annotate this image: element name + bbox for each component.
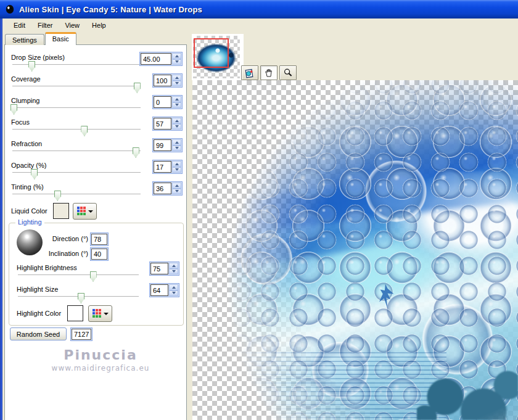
random-seed-field[interactable]: 7127 bbox=[72, 329, 91, 340]
liquid-color-swatch[interactable] bbox=[53, 203, 69, 219]
value-field[interactable]: 99 bbox=[154, 139, 171, 151]
pan-tool-button[interactable] bbox=[260, 65, 278, 80]
slider-thumb[interactable] bbox=[78, 293, 84, 303]
random-seed-row: Random Seed 7127 bbox=[10, 327, 183, 342]
slider-row-coverage: Coverage 100 bbox=[11, 73, 183, 94]
slider-label: Highlight Brightness bbox=[17, 264, 77, 271]
slider-label: Coverage bbox=[11, 75, 41, 83]
spin-up-button[interactable] bbox=[169, 263, 178, 269]
slider-thumb[interactable] bbox=[90, 271, 97, 282]
value-field[interactable]: 100 bbox=[154, 75, 171, 86]
spin-up-button[interactable] bbox=[172, 96, 181, 102]
spin-down-button[interactable] bbox=[169, 290, 178, 297]
menu-view[interactable]: View bbox=[59, 20, 86, 31]
slider-track[interactable] bbox=[12, 107, 141, 109]
slider-thumb[interactable] bbox=[54, 191, 61, 201]
value-field[interactable]: 64 bbox=[150, 284, 168, 296]
slider-thumb[interactable] bbox=[134, 83, 141, 93]
preview-compare-icon bbox=[244, 68, 255, 78]
slider-label: Tinting (%) bbox=[11, 183, 44, 191]
value-spinbox: 45.00 bbox=[139, 52, 183, 66]
highlight-color-row: Highlight Color bbox=[17, 305, 179, 324]
spin-up-button[interactable] bbox=[172, 161, 181, 167]
down-arrow-icon bbox=[175, 60, 179, 63]
value-field[interactable]: 75 bbox=[150, 263, 168, 274]
menu-edit[interactable]: Edit bbox=[7, 20, 31, 31]
value-spinbox: 0 bbox=[152, 95, 183, 109]
slider-thumb[interactable] bbox=[28, 61, 35, 72]
zoom-tool-button[interactable] bbox=[279, 65, 297, 80]
spin-up-button[interactable] bbox=[172, 75, 181, 81]
random-seed-field-box: 7127 bbox=[70, 327, 92, 341]
basic-settings-panel: Drop Size (pixels) 45.00 Coverage 100 bbox=[4, 44, 187, 420]
hand-tool-icon bbox=[264, 68, 274, 78]
menu-filter[interactable]: Filter bbox=[31, 20, 59, 31]
random-seed-button[interactable]: Random Seed bbox=[10, 327, 67, 340]
plugin-window: Alien Skin | Eye Candy 5: Nature | Water… bbox=[0, 0, 518, 420]
slider-row-clumping: Clumping 0 bbox=[11, 94, 183, 115]
value-field[interactable]: 36 bbox=[154, 183, 171, 194]
slider-thumb[interactable] bbox=[31, 169, 38, 179]
spin-down-button[interactable] bbox=[172, 146, 181, 152]
slider-track[interactable] bbox=[12, 194, 141, 195]
spin-down-button[interactable] bbox=[172, 102, 181, 109]
slider-track[interactable] bbox=[12, 64, 141, 65]
value-field[interactable]: 57 bbox=[154, 118, 171, 130]
menu-help[interactable]: Help bbox=[86, 20, 112, 31]
value-spinbox: 75 bbox=[149, 261, 179, 276]
slider-row-drop-size: Drop Size (pixels) 45.00 bbox=[11, 51, 183, 72]
slider-track[interactable] bbox=[12, 86, 141, 87]
highlight-color-swatch[interactable] bbox=[67, 305, 83, 321]
spin-down-button[interactable] bbox=[169, 269, 178, 275]
lighting-group: Lighting Direction (°) 78 Inclination (°… bbox=[9, 223, 184, 326]
preview-canvas[interactable] bbox=[192, 80, 518, 420]
tab-settings[interactable]: Settings bbox=[5, 34, 44, 45]
inclination-field[interactable]: 40 bbox=[91, 249, 107, 260]
direction-field[interactable]: 78 bbox=[91, 234, 107, 245]
value-field[interactable]: 17 bbox=[154, 161, 171, 173]
slider-thumb[interactable] bbox=[133, 147, 139, 158]
slider-track[interactable] bbox=[18, 274, 139, 276]
highlight-color-picker-button[interactable] bbox=[88, 305, 112, 322]
spin-up-button[interactable] bbox=[172, 53, 181, 59]
alien-skin-logo-icon bbox=[5, 4, 15, 14]
spin-down-button[interactable] bbox=[172, 59, 181, 65]
slider-track[interactable] bbox=[12, 129, 141, 130]
slider-track[interactable] bbox=[18, 296, 139, 297]
value-field[interactable]: 0 bbox=[154, 96, 171, 108]
slider-track[interactable] bbox=[12, 172, 141, 173]
preview-navigator-thumbnail[interactable] bbox=[192, 34, 244, 80]
color-grid-icon bbox=[77, 207, 86, 216]
spin-up-button[interactable] bbox=[169, 284, 178, 290]
slider-label: Opacity (%) bbox=[11, 162, 46, 169]
spin-down-button[interactable] bbox=[172, 189, 181, 195]
slider-row-opacity: Opacity (%) 17 bbox=[11, 159, 183, 180]
tab-strip: Settings Basic bbox=[5, 32, 77, 45]
value-spinbox: 57 bbox=[152, 117, 183, 131]
down-arrow-icon bbox=[175, 168, 179, 171]
thumbnail-view-rectangle[interactable] bbox=[194, 38, 229, 68]
preview-compare-button[interactable] bbox=[241, 65, 258, 80]
direction-label: Direction (°) bbox=[47, 235, 88, 243]
value-spinbox: 64 bbox=[149, 283, 179, 297]
spin-up-button[interactable] bbox=[172, 118, 181, 124]
value-field[interactable]: 45.00 bbox=[141, 53, 171, 65]
watermark-name: Pinuccia bbox=[23, 347, 178, 363]
slider-track[interactable] bbox=[12, 150, 141, 152]
slider-thumb[interactable] bbox=[10, 104, 17, 115]
spin-up-button[interactable] bbox=[172, 139, 181, 146]
window-left-border bbox=[0, 19, 2, 420]
spin-down-button[interactable] bbox=[172, 167, 181, 173]
slider-row-tinting: Tinting (%) 36 bbox=[11, 181, 183, 202]
tab-basic[interactable]: Basic bbox=[45, 32, 76, 45]
spin-down-button[interactable] bbox=[172, 124, 181, 130]
up-arrow-icon bbox=[175, 163, 179, 165]
slider-thumb[interactable] bbox=[81, 126, 88, 136]
titlebar[interactable]: Alien Skin | Eye Candy 5: Nature | Water… bbox=[0, 0, 518, 19]
liquid-color-picker-button[interactable] bbox=[73, 203, 97, 220]
spin-up-button[interactable] bbox=[172, 183, 181, 189]
lighting-group-label: Lighting bbox=[15, 218, 44, 226]
slider-row-highlight-size: Highlight Size 64 bbox=[17, 283, 179, 304]
lighting-direction-ball[interactable] bbox=[17, 229, 43, 255]
spin-down-button[interactable] bbox=[172, 81, 181, 87]
